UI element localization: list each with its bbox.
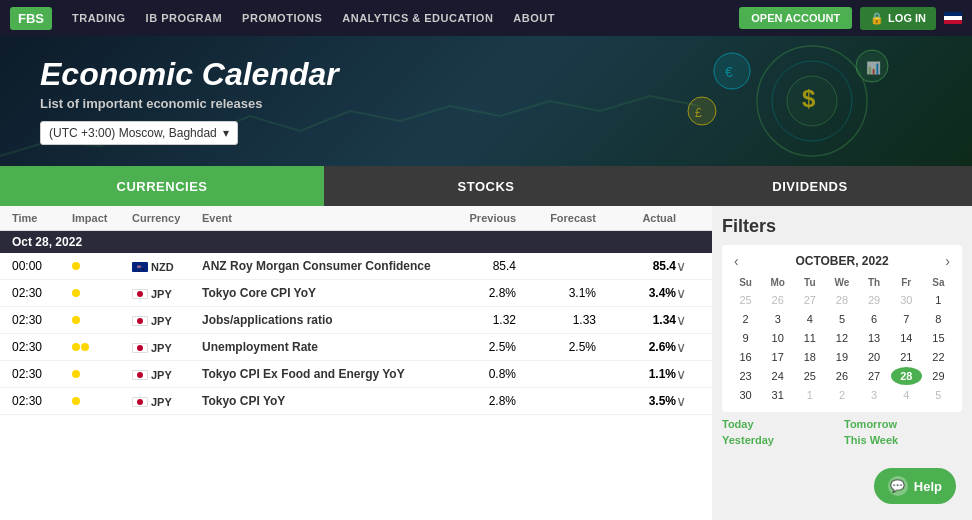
expand-button[interactable]: ∨ xyxy=(676,312,700,328)
quick-link-today[interactable]: Today xyxy=(722,418,840,430)
cal-day[interactable]: 11 xyxy=(794,329,825,347)
tab-currencies[interactable]: CURRENCIES xyxy=(0,166,324,206)
expand-button[interactable]: ∨ xyxy=(676,258,700,274)
flag-nz: 🇳🇿 xyxy=(132,262,148,272)
cell-actual: 1.1% xyxy=(596,367,676,381)
quick-link-yesterday[interactable]: Yesterday xyxy=(722,434,840,446)
cal-day[interactable]: 3 xyxy=(762,310,793,328)
cal-day[interactable]: 26 xyxy=(762,291,793,309)
table-row[interactable]: 02:30 JPY Jobs/applications ratio 1.32 1… xyxy=(0,307,712,334)
expand-button[interactable]: ∨ xyxy=(676,366,700,382)
cal-day[interactable]: 7 xyxy=(891,310,922,328)
cal-day[interactable]: 24 xyxy=(762,367,793,385)
logo[interactable]: FBS xyxy=(10,7,52,30)
tab-dividends[interactable]: DIVIDENDS xyxy=(648,166,972,206)
cell-currency: JPY xyxy=(132,367,202,381)
nav-ib-program[interactable]: IB PROGRAM xyxy=(146,12,223,24)
cell-actual: 85.4 xyxy=(596,259,676,273)
impact-dot xyxy=(72,370,80,378)
cell-time: 02:30 xyxy=(12,340,72,354)
cal-day[interactable]: 2 xyxy=(826,386,857,404)
cell-actual: 3.4% xyxy=(596,286,676,300)
cal-day[interactable]: 29 xyxy=(859,291,890,309)
open-account-button[interactable]: OPEN ACCOUNT xyxy=(739,7,852,29)
cell-actual: 2.6% xyxy=(596,340,676,354)
cal-day[interactable]: 15 xyxy=(923,329,954,347)
cell-event: Tokyo CPI Ex Food and Energy YoY xyxy=(202,367,436,381)
cal-day[interactable]: 25 xyxy=(794,367,825,385)
impact-dot xyxy=(72,343,80,351)
expand-button[interactable]: ∨ xyxy=(676,285,700,301)
cal-day[interactable]: 19 xyxy=(826,348,857,366)
language-flag[interactable] xyxy=(944,12,962,24)
cal-day[interactable]: 12 xyxy=(826,329,857,347)
cal-day[interactable]: 30 xyxy=(730,386,761,404)
cell-previous: 2.8% xyxy=(436,394,516,408)
impact-dot xyxy=(72,397,80,405)
cal-day[interactable]: 21 xyxy=(891,348,922,366)
cal-day[interactable]: 17 xyxy=(762,348,793,366)
cal-day[interactable]: 31 xyxy=(762,386,793,404)
cal-day[interactable]: 14 xyxy=(891,329,922,347)
login-button[interactable]: 🔒 LOG IN xyxy=(860,7,936,30)
cal-day[interactable]: 3 xyxy=(859,386,890,404)
cal-day[interactable]: 4 xyxy=(794,310,825,328)
cal-day[interactable]: 28 xyxy=(891,367,922,385)
quick-link-this-week[interactable]: This Week xyxy=(844,434,962,446)
cal-day[interactable]: 2 xyxy=(730,310,761,328)
table-row[interactable]: 02:30 JPY Unemployment Rate 2.5% 2.5% 2.… xyxy=(0,334,712,361)
main-layout: Time Impact Currency Event Previous Fore… xyxy=(0,206,972,520)
cell-impact xyxy=(72,313,132,327)
cal-day[interactable]: 8 xyxy=(923,310,954,328)
cal-day[interactable]: 13 xyxy=(859,329,890,347)
cal-day[interactable]: 26 xyxy=(826,367,857,385)
svg-text:$: $ xyxy=(802,85,816,112)
timezone-selector[interactable]: (UTC +3:00) Moscow, Baghdad ▾ xyxy=(40,121,238,145)
svg-text:£: £ xyxy=(695,106,702,120)
cal-day[interactable]: 28 xyxy=(826,291,857,309)
cal-day[interactable]: 23 xyxy=(730,367,761,385)
nav-promotions[interactable]: PROMOTIONS xyxy=(242,12,322,24)
table-row[interactable]: 00:00 🇳🇿 NZD ANZ Roy Morgan Consumer Con… xyxy=(0,253,712,280)
expand-button[interactable]: ∨ xyxy=(676,393,700,409)
table-row[interactable]: 02:30 JPY Tokyo CPI Ex Food and Energy Y… xyxy=(0,361,712,388)
cell-time: 02:30 xyxy=(12,313,72,327)
cal-day[interactable]: 5 xyxy=(826,310,857,328)
cal-day[interactable]: 27 xyxy=(794,291,825,309)
cal-day[interactable]: 1 xyxy=(923,291,954,309)
table-row[interactable]: 02:30 JPY Tokyo CPI YoY 2.8% 3.5% ∨ xyxy=(0,388,712,415)
cal-day[interactable]: 10 xyxy=(762,329,793,347)
cell-previous: 85.4 xyxy=(436,259,516,273)
calendar: ‹ OCTOBER, 2022 › SuMoTuWeThFrSa25262728… xyxy=(722,245,962,412)
expand-button[interactable]: ∨ xyxy=(676,339,700,355)
calendar-next-button[interactable]: › xyxy=(941,253,954,269)
nav-about[interactable]: ABOUT xyxy=(513,12,555,24)
calendar-prev-button[interactable]: ‹ xyxy=(730,253,743,269)
cal-day[interactable]: 16 xyxy=(730,348,761,366)
cal-day[interactable]: 4 xyxy=(891,386,922,404)
cal-day[interactable]: 6 xyxy=(859,310,890,328)
nav-analytics[interactable]: ANALYTICS & EDUCATION xyxy=(342,12,493,24)
nav-trading[interactable]: TRADING xyxy=(72,12,126,24)
cal-day-header: We xyxy=(826,275,857,290)
table-row[interactable]: 02:30 JPY Tokyo Core CPI YoY 2.8% 3.1% 3… xyxy=(0,280,712,307)
cal-day[interactable]: 30 xyxy=(891,291,922,309)
cal-day[interactable]: 29 xyxy=(923,367,954,385)
cal-day[interactable]: 9 xyxy=(730,329,761,347)
cal-day[interactable]: 5 xyxy=(923,386,954,404)
cell-currency: JPY xyxy=(132,286,202,300)
quick-link-tomorrow[interactable]: Tomorrow xyxy=(844,418,962,430)
cal-day[interactable]: 20 xyxy=(859,348,890,366)
cal-day[interactable]: 18 xyxy=(794,348,825,366)
tab-stocks[interactable]: STOCKS xyxy=(324,166,648,206)
nav-right: OPEN ACCOUNT 🔒 LOG IN xyxy=(739,7,962,30)
cal-day[interactable]: 22 xyxy=(923,348,954,366)
cell-impact xyxy=(72,340,132,354)
cal-day[interactable]: 27 xyxy=(859,367,890,385)
help-button[interactable]: 💬 Help xyxy=(874,468,956,504)
cal-day[interactable]: 1 xyxy=(794,386,825,404)
cell-time: 02:30 xyxy=(12,394,72,408)
cell-impact xyxy=(72,394,132,408)
col-header-previous: Previous xyxy=(436,212,516,224)
cal-day[interactable]: 25 xyxy=(730,291,761,309)
